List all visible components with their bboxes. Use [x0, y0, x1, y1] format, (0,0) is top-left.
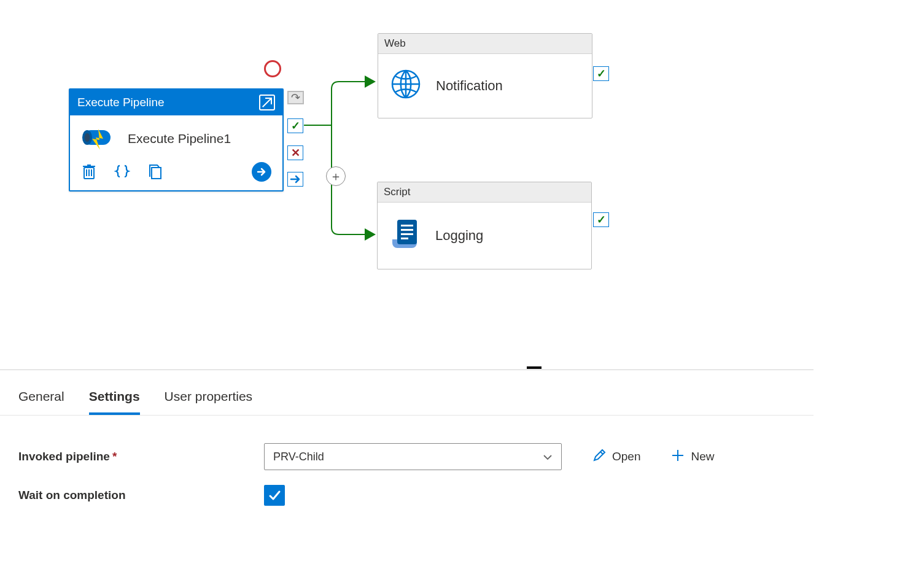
- required-marker: *: [112, 450, 117, 463]
- delete-icon[interactable]: [81, 163, 97, 180]
- activity-name-label: Notification: [436, 78, 503, 94]
- add-junction-icon[interactable]: ＋: [326, 166, 346, 186]
- svg-rect-8: [401, 229, 413, 231]
- activity-web[interactable]: Web Notification: [378, 33, 592, 118]
- pipeline-canvas[interactable]: Execute Pipeline Execute Pipeline1: [0, 0, 924, 369]
- invoked-pipeline-dropdown[interactable]: PRV-Child: [264, 443, 562, 470]
- properties-tabs: General Settings User properties: [18, 385, 252, 415]
- activity-name-label: Logging: [435, 228, 483, 244]
- svg-point-2: [85, 133, 90, 142]
- svg-rect-6: [397, 220, 417, 244]
- wait-on-completion-label: Wait on completion: [18, 489, 264, 502]
- script-icon: [390, 217, 421, 254]
- activity-header: Web: [378, 34, 592, 54]
- panel-divider: [0, 369, 813, 370]
- svg-rect-9: [401, 233, 413, 235]
- tab-user-properties[interactable]: User properties: [165, 385, 253, 415]
- run-icon[interactable]: [252, 162, 271, 182]
- success-output-icon[interactable]: ✓: [593, 212, 609, 227]
- web-icon: [390, 69, 421, 103]
- resize-grip[interactable]: [527, 366, 542, 369]
- svg-rect-7: [401, 225, 413, 226]
- open-in-new-icon[interactable]: [259, 95, 275, 110]
- wait-on-completion-checkbox[interactable]: [264, 485, 285, 506]
- retry-output-icon[interactable]: ↷: [287, 91, 304, 104]
- tab-general[interactable]: General: [18, 385, 64, 415]
- breakpoint-icon[interactable]: [264, 60, 281, 77]
- svg-rect-10: [401, 238, 408, 239]
- failure-output-icon[interactable]: ✕: [287, 145, 303, 160]
- activity-script[interactable]: Script Logging: [377, 182, 592, 269]
- activity-header: Execute Pipeline: [70, 90, 282, 115]
- tabs-underline: [0, 415, 813, 416]
- new-pipeline-button[interactable]: New: [671, 449, 714, 465]
- code-braces-icon[interactable]: [114, 163, 130, 180]
- completion-output-icon[interactable]: [287, 172, 303, 187]
- invoked-pipeline-value: PRV-Child: [273, 451, 324, 463]
- success-output-icon[interactable]: ✓: [287, 118, 303, 133]
- success-output-icon[interactable]: ✓: [593, 66, 609, 81]
- activity-execute-pipeline[interactable]: Execute Pipeline Execute Pipeline1: [69, 88, 284, 192]
- activity-type-label: Script: [384, 186, 410, 198]
- activity-type-label: Web: [384, 37, 406, 49]
- edit-icon: [592, 449, 606, 465]
- execute-pipeline-icon: [81, 126, 114, 151]
- activity-name-label: Execute Pipeline1: [128, 131, 231, 146]
- activity-header: Script: [378, 182, 591, 203]
- plus-icon: [671, 449, 685, 465]
- activity-type-label: Execute Pipeline: [77, 96, 165, 109]
- svg-rect-4: [152, 168, 161, 179]
- open-pipeline-button[interactable]: Open: [592, 449, 640, 465]
- tab-settings[interactable]: Settings: [89, 385, 140, 415]
- copy-icon[interactable]: [147, 163, 163, 180]
- invoked-pipeline-label: Invoked pipeline*: [18, 450, 264, 463]
- chevron-down-icon: [543, 451, 553, 463]
